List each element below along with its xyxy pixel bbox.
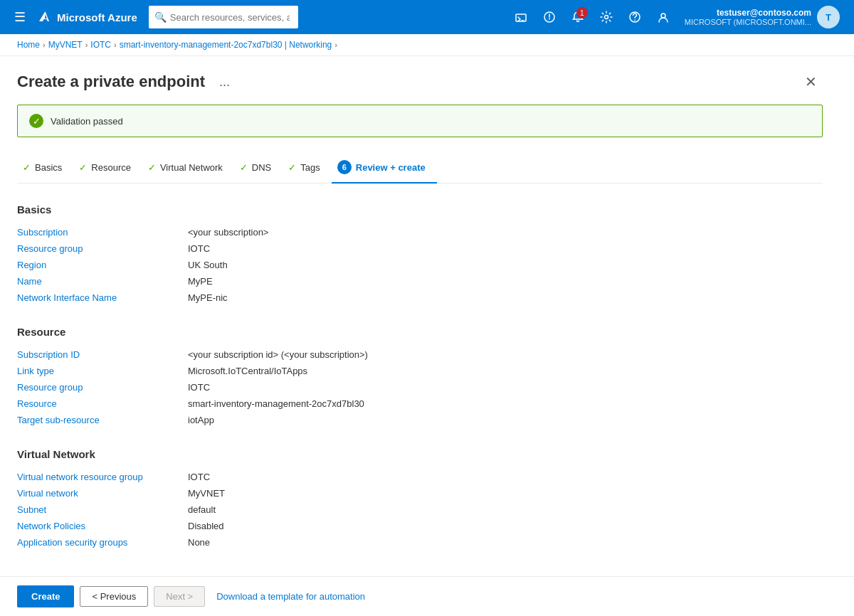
network-policies-value: Disabled xyxy=(188,521,224,531)
link-type-value: Microsoft.IoTCentral/IoTApps xyxy=(188,366,307,376)
wizard-step-vnet-label: Virtual Network xyxy=(160,162,223,173)
field-virtual-network: Virtual network MyVNET xyxy=(17,485,823,501)
notification-badge: 1 xyxy=(576,7,588,18)
svg-point-1 xyxy=(604,16,608,19)
feedback-button[interactable] xyxy=(537,4,562,30)
svg-rect-0 xyxy=(516,14,526,21)
nic-name-label: Network Interface Name xyxy=(17,292,188,303)
name-label: Name xyxy=(17,276,188,287)
directory-button[interactable] xyxy=(650,4,676,30)
wizard-step-review-label: Review + create xyxy=(356,162,426,173)
resource-section: Resource Subscription ID <your subscript… xyxy=(17,326,823,428)
subscription-id-label: Subscription ID xyxy=(17,349,188,360)
target-sub-resource-label: Target sub-resource xyxy=(17,415,188,425)
search-icon: 🔍 xyxy=(154,11,167,23)
wizard-step-virtual-network[interactable]: ✓ Virtual Network xyxy=(142,156,234,181)
wizard-step-basics-label: Basics xyxy=(35,162,62,173)
resource-group-value: IOTC xyxy=(188,243,210,254)
wizard-steps: ✓ Basics ✓ Resource ✓ Virtual Network ✓ … xyxy=(17,154,823,184)
breadcrumb-sep-3: › xyxy=(114,41,117,49)
wizard-step-resource[interactable]: ✓ Resource xyxy=(73,156,142,181)
breadcrumb-sep-2: › xyxy=(85,41,88,49)
region-label: Region xyxy=(17,260,188,270)
app-security-groups-label: Application security groups xyxy=(17,537,188,548)
topbar: ☰ Microsoft Azure 🔍 1 test xyxy=(0,0,854,34)
field-subnet: Subnet default xyxy=(17,501,823,518)
field-subscription: Subscription <your subscription> xyxy=(17,224,823,240)
hamburger-menu[interactable]: ☰ xyxy=(9,4,31,31)
more-options-button[interactable]: ... xyxy=(214,72,236,92)
field-resource: Resource smart-inventory-management-2oc7… xyxy=(17,395,823,412)
resource-resource-group-value: IOTC xyxy=(188,382,210,393)
basics-section: Basics Subscription <your subscription> … xyxy=(17,203,823,306)
resource-section-title: Resource xyxy=(17,326,823,338)
user-menu[interactable]: testuser@contoso.com MICROSOFT (MICROSOF… xyxy=(679,3,845,31)
app-security-groups-value: None xyxy=(188,537,210,548)
bottom-bar: Create < Previous Next > Download a temp… xyxy=(0,576,854,616)
breadcrumb: Home › MyVNET › IOTC › smart-inventory-m… xyxy=(0,34,854,56)
azure-logo-text: Microsoft Azure xyxy=(57,11,137,23)
close-button[interactable]: ✕ xyxy=(799,70,823,93)
nic-name-value: MyPE-nic xyxy=(188,292,228,303)
wizard-step-dns-label: DNS xyxy=(252,162,271,173)
svg-point-3 xyxy=(661,14,665,18)
create-button[interactable]: Create xyxy=(17,585,74,607)
vnet-check-icon: ✓ xyxy=(148,162,156,173)
name-value: MyPE xyxy=(188,276,213,287)
next-button[interactable]: Next > xyxy=(154,586,205,607)
help-button[interactable] xyxy=(622,4,648,30)
wizard-step-basics[interactable]: ✓ Basics xyxy=(17,156,73,181)
user-tenant: MICROSOFT (MICROSOFT.ONMI... xyxy=(685,18,811,26)
resource-value: smart-inventory-management-2oc7xd7bl30 xyxy=(188,398,364,409)
wizard-step-dns[interactable]: ✓ DNS xyxy=(234,156,283,181)
page-title: Create a private endpoint xyxy=(17,73,205,91)
network-policies-label: Network Policies xyxy=(17,521,188,531)
field-resource-group: Resource group IOTC xyxy=(17,240,823,257)
subscription-label: Subscription xyxy=(17,227,188,238)
link-type-label: Link type xyxy=(17,366,188,376)
virtual-network-section: Virtual Network Virtual network resource… xyxy=(17,448,823,551)
breadcrumb-iotc[interactable]: IOTC xyxy=(90,40,111,50)
region-value: UK South xyxy=(188,260,228,270)
azure-logo-icon xyxy=(37,10,51,24)
virtual-network-value: MyVNET xyxy=(188,488,225,499)
field-app-security-groups: Application security groups None xyxy=(17,534,823,551)
field-region: Region UK South xyxy=(17,257,823,273)
breadcrumb-networking[interactable]: smart-inventory-management-2oc7xd7bl30 |… xyxy=(120,40,332,50)
validation-icon: ✓ xyxy=(29,114,43,128)
dns-check-icon: ✓ xyxy=(240,162,248,173)
field-nic-name: Network Interface Name MyPE-nic xyxy=(17,290,823,306)
wizard-step-tags[interactable]: ✓ Tags xyxy=(283,156,331,181)
field-name: Name MyPE xyxy=(17,273,823,290)
validation-text: Validation passed xyxy=(51,116,123,127)
field-resource-resource-group: Resource group IOTC xyxy=(17,379,823,395)
field-network-policies: Network Policies Disabled xyxy=(17,518,823,534)
notifications-button[interactable]: 1 xyxy=(565,4,591,30)
vnet-resource-group-value: IOTC xyxy=(188,472,210,482)
vnet-resource-group-label: Virtual network resource group xyxy=(17,472,188,482)
breadcrumb-sep-1: › xyxy=(43,41,46,49)
search-input[interactable] xyxy=(149,6,298,28)
resource-label: Resource xyxy=(17,398,188,409)
resource-check-icon: ✓ xyxy=(79,162,87,173)
settings-button[interactable] xyxy=(594,4,619,30)
resource-group-label: Resource group xyxy=(17,243,188,254)
basics-section-title: Basics xyxy=(17,203,823,216)
virtual-network-section-title: Virtual Network xyxy=(17,448,823,460)
user-avatar: T xyxy=(817,6,840,28)
wizard-step-tags-label: Tags xyxy=(300,162,320,173)
previous-button[interactable]: < Previous xyxy=(80,586,148,607)
page-header: Create a private endpoint ... ✕ xyxy=(17,70,823,93)
search-wrapper: 🔍 xyxy=(149,6,490,28)
download-template-link[interactable]: Download a template for automation xyxy=(211,587,371,606)
breadcrumb-myvnet[interactable]: MyVNET xyxy=(48,40,83,50)
user-name: testuser@contoso.com xyxy=(685,8,811,18)
cloud-shell-button[interactable] xyxy=(508,4,534,30)
topbar-icons: 1 testuser@contoso.com MICROSOFT (MICROS… xyxy=(508,3,845,31)
page-content: Create a private endpoint ... ✕ ✓ Valida… xyxy=(0,56,840,616)
wizard-step-review[interactable]: 6 Review + create xyxy=(332,154,437,183)
field-subscription-id: Subscription ID <your subscription id> (… xyxy=(17,346,823,363)
target-sub-resource-value: iotApp xyxy=(188,415,214,425)
virtual-network-label: Virtual network xyxy=(17,488,188,499)
breadcrumb-home[interactable]: Home xyxy=(17,40,40,50)
